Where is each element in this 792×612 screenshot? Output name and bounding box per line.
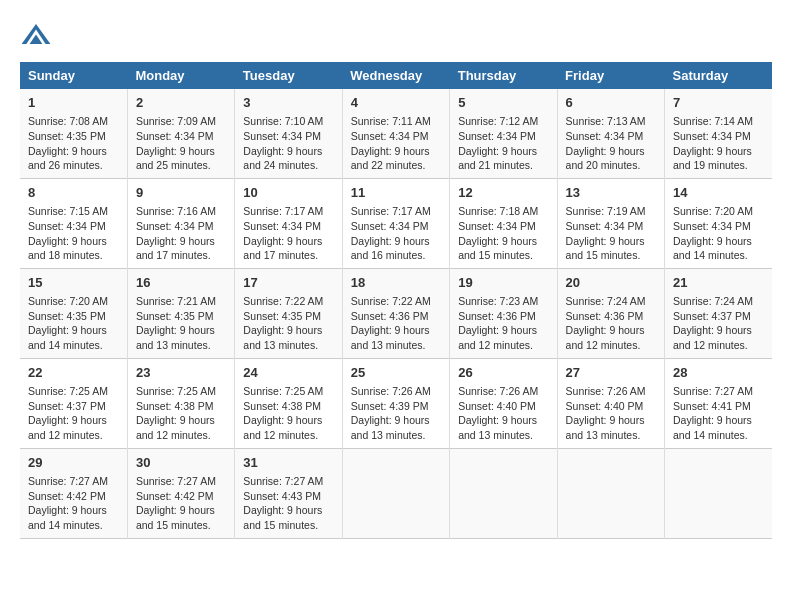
calendar-day-cell: 31 Sunrise: 7:27 AM Sunset: 4:43 PM Dayl… <box>235 448 342 538</box>
calendar-day-cell: 27 Sunrise: 7:26 AM Sunset: 4:40 PM Dayl… <box>557 358 664 448</box>
calendar-day-cell: 3 Sunrise: 7:10 AM Sunset: 4:34 PM Dayli… <box>235 89 342 178</box>
calendar-table: SundayMondayTuesdayWednesdayThursdayFrid… <box>20 62 772 539</box>
day-number: 15 <box>28 274 119 292</box>
day-number: 14 <box>673 184 764 202</box>
day-info: Sunrise: 7:20 AM Sunset: 4:35 PM Dayligh… <box>28 294 119 353</box>
calendar-day-cell <box>450 448 557 538</box>
calendar-day-cell: 6 Sunrise: 7:13 AM Sunset: 4:34 PM Dayli… <box>557 89 664 178</box>
calendar-day-cell: 9 Sunrise: 7:16 AM Sunset: 4:34 PM Dayli… <box>127 178 234 268</box>
day-number: 12 <box>458 184 548 202</box>
calendar-day-cell: 11 Sunrise: 7:17 AM Sunset: 4:34 PM Dayl… <box>342 178 449 268</box>
logo-icon <box>20 20 52 52</box>
weekday-header: Sunday <box>20 62 127 89</box>
day-number: 8 <box>28 184 119 202</box>
day-info: Sunrise: 7:22 AM Sunset: 4:35 PM Dayligh… <box>243 294 333 353</box>
calendar-day-cell: 23 Sunrise: 7:25 AM Sunset: 4:38 PM Dayl… <box>127 358 234 448</box>
day-info: Sunrise: 7:25 AM Sunset: 4:38 PM Dayligh… <box>136 384 226 443</box>
day-number: 31 <box>243 454 333 472</box>
day-number: 1 <box>28 94 119 112</box>
day-info: Sunrise: 7:24 AM Sunset: 4:37 PM Dayligh… <box>673 294 764 353</box>
day-number: 7 <box>673 94 764 112</box>
day-info: Sunrise: 7:14 AM Sunset: 4:34 PM Dayligh… <box>673 114 764 173</box>
day-info: Sunrise: 7:27 AM Sunset: 4:41 PM Dayligh… <box>673 384 764 443</box>
day-number: 9 <box>136 184 226 202</box>
day-info: Sunrise: 7:15 AM Sunset: 4:34 PM Dayligh… <box>28 204 119 263</box>
day-info: Sunrise: 7:17 AM Sunset: 4:34 PM Dayligh… <box>351 204 441 263</box>
calendar-day-cell: 15 Sunrise: 7:20 AM Sunset: 4:35 PM Dayl… <box>20 268 127 358</box>
day-number: 24 <box>243 364 333 382</box>
day-info: Sunrise: 7:08 AM Sunset: 4:35 PM Dayligh… <box>28 114 119 173</box>
day-info: Sunrise: 7:27 AM Sunset: 4:42 PM Dayligh… <box>136 474 226 533</box>
day-number: 10 <box>243 184 333 202</box>
calendar-day-cell: 24 Sunrise: 7:25 AM Sunset: 4:38 PM Dayl… <box>235 358 342 448</box>
day-number: 17 <box>243 274 333 292</box>
calendar-week-row: 1 Sunrise: 7:08 AM Sunset: 4:35 PM Dayli… <box>20 89 772 178</box>
calendar-day-cell <box>557 448 664 538</box>
day-info: Sunrise: 7:20 AM Sunset: 4:34 PM Dayligh… <box>673 204 764 263</box>
day-info: Sunrise: 7:09 AM Sunset: 4:34 PM Dayligh… <box>136 114 226 173</box>
day-info: Sunrise: 7:19 AM Sunset: 4:34 PM Dayligh… <box>566 204 656 263</box>
weekday-header: Wednesday <box>342 62 449 89</box>
logo <box>20 20 56 52</box>
calendar-day-cell: 21 Sunrise: 7:24 AM Sunset: 4:37 PM Dayl… <box>665 268 772 358</box>
day-number: 5 <box>458 94 548 112</box>
weekday-header: Tuesday <box>235 62 342 89</box>
day-number: 28 <box>673 364 764 382</box>
calendar-week-row: 22 Sunrise: 7:25 AM Sunset: 4:37 PM Dayl… <box>20 358 772 448</box>
day-info: Sunrise: 7:22 AM Sunset: 4:36 PM Dayligh… <box>351 294 441 353</box>
day-number: 6 <box>566 94 656 112</box>
calendar-day-cell: 14 Sunrise: 7:20 AM Sunset: 4:34 PM Dayl… <box>665 178 772 268</box>
day-info: Sunrise: 7:23 AM Sunset: 4:36 PM Dayligh… <box>458 294 548 353</box>
day-info: Sunrise: 7:11 AM Sunset: 4:34 PM Dayligh… <box>351 114 441 173</box>
day-number: 25 <box>351 364 441 382</box>
calendar-day-cell: 19 Sunrise: 7:23 AM Sunset: 4:36 PM Dayl… <box>450 268 557 358</box>
day-number: 20 <box>566 274 656 292</box>
day-info: Sunrise: 7:25 AM Sunset: 4:38 PM Dayligh… <box>243 384 333 443</box>
day-number: 27 <box>566 364 656 382</box>
day-number: 3 <box>243 94 333 112</box>
calendar-week-row: 15 Sunrise: 7:20 AM Sunset: 4:35 PM Dayl… <box>20 268 772 358</box>
weekday-header: Thursday <box>450 62 557 89</box>
day-number: 11 <box>351 184 441 202</box>
day-info: Sunrise: 7:17 AM Sunset: 4:34 PM Dayligh… <box>243 204 333 263</box>
calendar-day-cell: 5 Sunrise: 7:12 AM Sunset: 4:34 PM Dayli… <box>450 89 557 178</box>
calendar-day-cell: 20 Sunrise: 7:24 AM Sunset: 4:36 PM Dayl… <box>557 268 664 358</box>
weekday-header: Saturday <box>665 62 772 89</box>
calendar-day-cell: 22 Sunrise: 7:25 AM Sunset: 4:37 PM Dayl… <box>20 358 127 448</box>
weekday-header-row: SundayMondayTuesdayWednesdayThursdayFrid… <box>20 62 772 89</box>
day-number: 22 <box>28 364 119 382</box>
day-number: 30 <box>136 454 226 472</box>
calendar-week-row: 29 Sunrise: 7:27 AM Sunset: 4:42 PM Dayl… <box>20 448 772 538</box>
calendar-day-cell: 8 Sunrise: 7:15 AM Sunset: 4:34 PM Dayli… <box>20 178 127 268</box>
day-info: Sunrise: 7:16 AM Sunset: 4:34 PM Dayligh… <box>136 204 226 263</box>
day-info: Sunrise: 7:25 AM Sunset: 4:37 PM Dayligh… <box>28 384 119 443</box>
calendar-day-cell: 1 Sunrise: 7:08 AM Sunset: 4:35 PM Dayli… <box>20 89 127 178</box>
day-info: Sunrise: 7:27 AM Sunset: 4:43 PM Dayligh… <box>243 474 333 533</box>
calendar-day-cell: 26 Sunrise: 7:26 AM Sunset: 4:40 PM Dayl… <box>450 358 557 448</box>
calendar-day-cell: 28 Sunrise: 7:27 AM Sunset: 4:41 PM Dayl… <box>665 358 772 448</box>
day-number: 21 <box>673 274 764 292</box>
calendar-day-cell: 12 Sunrise: 7:18 AM Sunset: 4:34 PM Dayl… <box>450 178 557 268</box>
calendar-day-cell: 30 Sunrise: 7:27 AM Sunset: 4:42 PM Dayl… <box>127 448 234 538</box>
calendar-day-cell: 17 Sunrise: 7:22 AM Sunset: 4:35 PM Dayl… <box>235 268 342 358</box>
day-number: 13 <box>566 184 656 202</box>
calendar-day-cell: 4 Sunrise: 7:11 AM Sunset: 4:34 PM Dayli… <box>342 89 449 178</box>
day-info: Sunrise: 7:18 AM Sunset: 4:34 PM Dayligh… <box>458 204 548 263</box>
day-info: Sunrise: 7:26 AM Sunset: 4:39 PM Dayligh… <box>351 384 441 443</box>
day-info: Sunrise: 7:27 AM Sunset: 4:42 PM Dayligh… <box>28 474 119 533</box>
weekday-header: Monday <box>127 62 234 89</box>
day-number: 18 <box>351 274 441 292</box>
day-info: Sunrise: 7:21 AM Sunset: 4:35 PM Dayligh… <box>136 294 226 353</box>
day-number: 26 <box>458 364 548 382</box>
calendar-day-cell: 13 Sunrise: 7:19 AM Sunset: 4:34 PM Dayl… <box>557 178 664 268</box>
calendar-day-cell: 18 Sunrise: 7:22 AM Sunset: 4:36 PM Dayl… <box>342 268 449 358</box>
day-number: 16 <box>136 274 226 292</box>
weekday-header: Friday <box>557 62 664 89</box>
day-info: Sunrise: 7:10 AM Sunset: 4:34 PM Dayligh… <box>243 114 333 173</box>
calendar-day-cell: 16 Sunrise: 7:21 AM Sunset: 4:35 PM Dayl… <box>127 268 234 358</box>
day-info: Sunrise: 7:13 AM Sunset: 4:34 PM Dayligh… <box>566 114 656 173</box>
calendar-day-cell: 7 Sunrise: 7:14 AM Sunset: 4:34 PM Dayli… <box>665 89 772 178</box>
day-number: 19 <box>458 274 548 292</box>
calendar-day-cell: 2 Sunrise: 7:09 AM Sunset: 4:34 PM Dayli… <box>127 89 234 178</box>
day-number: 2 <box>136 94 226 112</box>
